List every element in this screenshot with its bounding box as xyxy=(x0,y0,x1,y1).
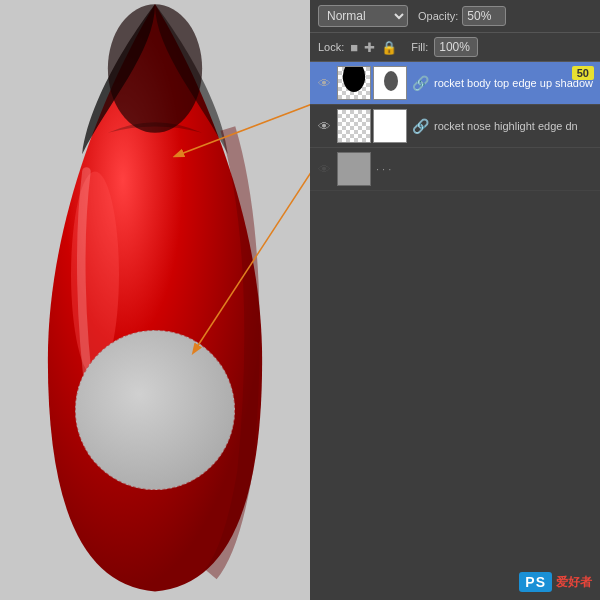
opacity-label: Opacity: xyxy=(418,10,458,22)
layer-row-3[interactable]: 👁 · · · xyxy=(310,148,600,191)
visibility-toggle-1[interactable]: 👁 xyxy=(316,75,332,91)
ps-logo: PS xyxy=(519,572,552,592)
opacity-badge-1: 50 xyxy=(572,66,594,80)
layer-name-3: · · · xyxy=(376,163,594,175)
layer-name-1: rocket body top edge up shadow xyxy=(434,77,594,89)
canvas-area xyxy=(0,0,310,600)
lock-label: Lock: xyxy=(318,41,344,53)
layer-row-1[interactable]: 👁 🔗 rocket body top edge up shadow 50 xyxy=(310,62,600,105)
visibility-toggle-3[interactable]: 👁 xyxy=(316,161,332,177)
layer-chain-2: 🔗 xyxy=(412,118,429,134)
layer-chain-1: 🔗 xyxy=(412,75,429,91)
svg-point-0 xyxy=(108,4,202,133)
layer-thumb-mask-2 xyxy=(373,109,407,143)
ps-site: 爱好者 xyxy=(556,574,592,591)
layer-thumbs-3 xyxy=(337,152,371,186)
panels-area: Normal Opacity: Lock: ■ ✚ 🔒 Fill: 👁 xyxy=(310,0,600,600)
ps-watermark: PS 爱好者 xyxy=(519,572,592,592)
rocket-window xyxy=(75,330,235,490)
blend-mode-select[interactable]: Normal xyxy=(318,5,408,27)
lock-all-icon[interactable]: 🔒 xyxy=(381,40,397,55)
fill-input[interactable] xyxy=(434,37,478,57)
layer-thumb-content-1 xyxy=(337,66,371,100)
opacity-input[interactable] xyxy=(462,6,506,26)
lock-fill-bar: Lock: ■ ✚ 🔒 Fill: xyxy=(310,33,600,62)
visibility-toggle-2[interactable]: 👁 xyxy=(316,118,332,134)
blend-opacity-bar: Normal Opacity: xyxy=(310,0,600,33)
layers-list: 👁 🔗 rocket body top edge up shadow 50 xyxy=(310,62,600,191)
layer-thumbs-2 xyxy=(337,109,407,143)
fill-label: Fill: xyxy=(411,41,428,53)
layer-name-2: rocket nose highlight edge dn xyxy=(434,120,594,132)
lock-move-icon[interactable]: ✚ xyxy=(364,40,375,55)
svg-point-6 xyxy=(384,71,398,91)
layer-thumb-content-2 xyxy=(337,109,371,143)
layer-thumb-mask-1 xyxy=(373,66,407,100)
rocket-shape xyxy=(0,0,310,600)
layer-row-2[interactable]: 👁 🔗 rocket nose highlight edge dn xyxy=(310,105,600,148)
lock-pixels-icon[interactable]: ■ xyxy=(350,40,358,55)
layer-thumbs-1 xyxy=(337,66,407,100)
layer-thumb-content-3 xyxy=(337,152,371,186)
